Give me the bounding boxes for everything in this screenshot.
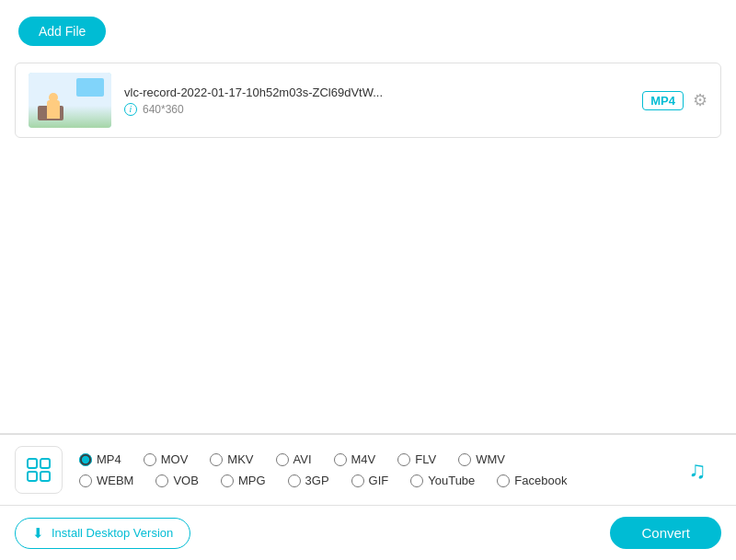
format-icon-box xyxy=(15,446,63,494)
bottom-panel: MP4 MOV MKV AVI M4V FLV WM xyxy=(0,433,736,560)
format-row-1: MP4 MOV MKV AVI M4V FLV WM xyxy=(79,452,673,466)
format-selector-row: MP4 MOV MKV AVI M4V FLV WM xyxy=(0,434,736,505)
format-row-2: WEBM VOB MPG 3GP GIF YouTube xyxy=(79,474,673,487)
format-option-m4v[interactable]: M4V xyxy=(334,452,376,466)
convert-button[interactable]: Convert xyxy=(610,517,721,549)
format-option-3gp[interactable]: 3GP xyxy=(288,474,329,487)
music-icon-box[interactable]: ♫ xyxy=(673,446,721,494)
format-option-mkv[interactable]: MKV xyxy=(210,452,253,466)
info-icon[interactable]: i xyxy=(124,103,137,116)
file-resolution: 640*360 xyxy=(143,103,184,116)
format-option-wmv[interactable]: WMV xyxy=(458,452,505,466)
format-options: MP4 MOV MKV AVI M4V FLV WM xyxy=(79,452,673,487)
format-option-gif[interactable]: GIF xyxy=(351,474,389,487)
format-option-facebook[interactable]: Facebook xyxy=(497,474,567,487)
format-badge[interactable]: MP4 xyxy=(642,91,684,110)
install-label: Install Desktop Version xyxy=(52,526,173,540)
svg-rect-0 xyxy=(28,459,37,468)
svg-rect-2 xyxy=(28,472,37,481)
file-info: vlc-record-2022-01-17-10h52m03s-ZCl69dVt… xyxy=(124,86,629,116)
file-name: vlc-record-2022-01-17-10h52m03s-ZCl69dVt… xyxy=(124,86,629,99)
file-meta: i 640*360 xyxy=(124,103,629,116)
install-button[interactable]: ⬇ Install Desktop Version xyxy=(15,518,190,549)
svg-rect-3 xyxy=(40,472,50,481)
music-icon: ♫ xyxy=(688,456,707,485)
grid-icon xyxy=(26,457,52,483)
file-thumbnail xyxy=(29,73,111,128)
format-option-youtube[interactable]: YouTube xyxy=(410,474,475,487)
download-icon: ⬇ xyxy=(32,525,44,542)
action-bar: ⬇ Install Desktop Version Convert xyxy=(0,505,736,560)
format-option-mov[interactable]: MOV xyxy=(144,452,189,466)
format-option-vob[interactable]: VOB xyxy=(155,474,198,487)
format-option-webm[interactable]: WEBM xyxy=(79,474,133,487)
add-file-button[interactable]: Add File xyxy=(18,17,106,46)
format-option-flv[interactable]: FLV xyxy=(397,452,436,466)
settings-icon[interactable]: ⚙ xyxy=(693,90,707,110)
file-list-item: vlc-record-2022-01-17-10h52m03s-ZCl69dVt… xyxy=(15,63,721,138)
format-option-avi[interactable]: AVI xyxy=(276,452,312,466)
top-bar: Add File xyxy=(0,0,736,55)
format-option-mpg[interactable]: MPG xyxy=(221,474,266,487)
svg-rect-1 xyxy=(40,459,50,468)
empty-area xyxy=(0,145,736,366)
format-option-mp4[interactable]: MP4 xyxy=(79,452,121,466)
file-actions: MP4 ⚙ xyxy=(642,90,707,110)
